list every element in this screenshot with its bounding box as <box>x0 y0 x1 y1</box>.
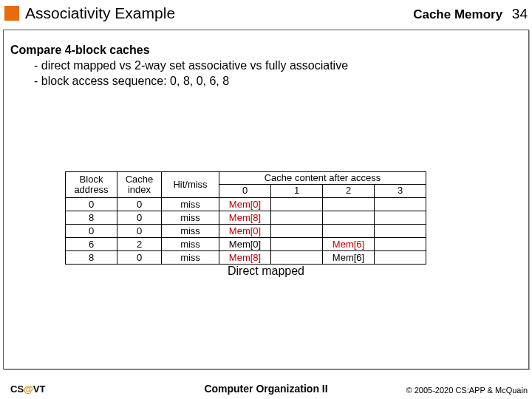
footer-at-icon: @ <box>24 383 33 395</box>
table-row: 00missMem[0] <box>66 197 426 211</box>
cache-table-wrap: Block address Cache index Hit/miss Cache… <box>65 171 426 265</box>
th-c1: 1 <box>271 185 323 197</box>
td-c1 <box>271 237 323 250</box>
th-hitmiss: Hit/miss <box>162 172 219 198</box>
td-hm: miss <box>162 211 219 224</box>
cache-table: Block address Cache index Hit/miss Cache… <box>65 171 426 265</box>
td-c1 <box>271 224 323 237</box>
td-c1 <box>271 197 323 211</box>
body-line3: - block access sequence: 0, 8, 0, 6, 8 <box>34 74 522 89</box>
td-ba: 0 <box>66 224 117 237</box>
td-ci: 0 <box>117 197 162 211</box>
cache-table-body: 00missMem[0]80missMem[8]00missMem[0]62mi… <box>66 197 426 264</box>
td-ba: 8 <box>66 211 117 224</box>
td-c1 <box>271 211 323 224</box>
header-section-label: Cache Memory <box>413 7 502 21</box>
body-line2: - direct mapped vs 2-way set associative… <box>34 58 522 74</box>
td-ci: 0 <box>117 211 162 224</box>
cache-table-head: Block address Cache index Hit/miss Cache… <box>66 172 426 198</box>
table-row: 62missMem[0]Mem[6] <box>66 237 426 250</box>
accent-square-icon <box>4 6 19 21</box>
td-c3 <box>375 224 426 237</box>
td-c1 <box>271 250 323 264</box>
td-ba: 6 <box>66 237 117 250</box>
td-c0: Mem[8] <box>219 211 271 224</box>
footer-left: CS@VT <box>10 383 45 395</box>
body-line1: Compare 4-block caches <box>10 43 522 58</box>
td-ci: 0 <box>117 250 162 264</box>
td-c3 <box>375 237 426 250</box>
th-cache-index: Cache index <box>117 172 162 198</box>
td-c2 <box>323 224 375 237</box>
td-c0: Mem[0] <box>219 237 271 250</box>
td-c0: Mem[0] <box>219 197 271 211</box>
td-c3 <box>375 211 426 224</box>
td-hm: miss <box>162 237 219 250</box>
slide-body: Compare 4-block caches - direct mapped v… <box>10 43 522 89</box>
td-ba: 8 <box>66 250 117 264</box>
td-c3 <box>375 197 426 211</box>
td-ba: 0 <box>66 197 117 211</box>
td-hm: miss <box>162 197 219 211</box>
td-c0: Mem[0] <box>219 224 271 237</box>
td-c2 <box>323 211 375 224</box>
page-number: 34 <box>512 6 528 21</box>
th-c0: 0 <box>219 185 271 197</box>
table-row: 80missMem[8]Mem[6] <box>66 250 426 264</box>
slide-footer: Computer Organization II CS@VT © 2005-20… <box>0 378 532 399</box>
th-c3: 3 <box>375 185 426 197</box>
slide-title: Associativity Example <box>25 4 175 22</box>
td-c2 <box>323 197 375 211</box>
td-ci: 2 <box>117 237 162 250</box>
footer-left-a: CS <box>10 383 24 395</box>
td-ci: 0 <box>117 224 162 237</box>
th-block-address: Block address <box>66 172 117 198</box>
slide-header: Associativity Example Cache Memory 34 <box>0 0 532 27</box>
td-hm: miss <box>162 224 219 237</box>
footer-right: © 2005-2020 CS:APP & McQuain <box>406 386 528 395</box>
td-hm: miss <box>162 250 219 264</box>
th-content-group: Cache content after access <box>219 172 426 185</box>
td-c3 <box>375 250 426 264</box>
td-c2: Mem[6] <box>323 250 375 264</box>
td-c0: Mem[8] <box>219 250 271 264</box>
table-row: 80missMem[8] <box>66 211 426 224</box>
th-c2: 2 <box>323 185 375 197</box>
table-row: 00missMem[0] <box>66 224 426 237</box>
header-right: Cache Memory 34 <box>413 6 528 22</box>
table-caption: Direct mapped <box>0 265 532 278</box>
td-c2: Mem[6] <box>323 237 375 250</box>
footer-left-b: VT <box>33 383 46 395</box>
